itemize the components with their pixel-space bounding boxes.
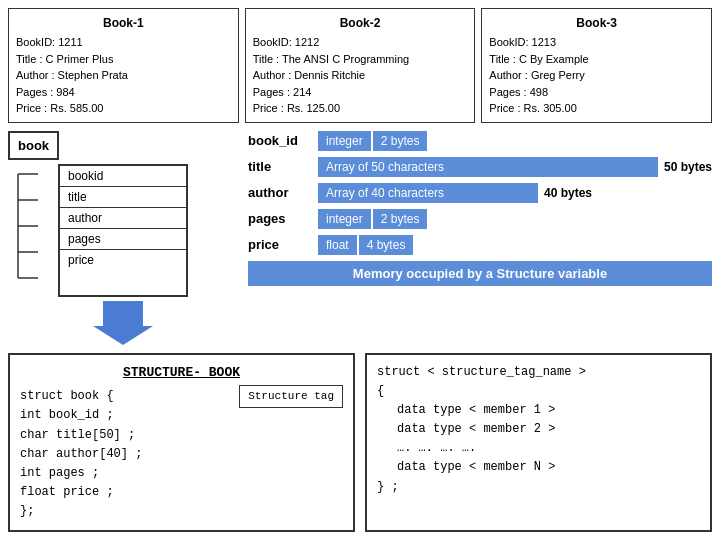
bottom-section: STRUCTURE- BOOK struct book { int book_i…	[8, 353, 712, 532]
book1-header: Book-1	[16, 14, 231, 32]
ftype-bookid: integer	[318, 131, 371, 151]
field-price: price	[60, 250, 186, 270]
svg-marker-6	[93, 301, 153, 345]
rcode-line7: } ;	[377, 478, 700, 497]
book3-price: Price : Rs. 305.00	[489, 100, 704, 117]
field-row-title: title Array of 50 characters 50 bytes	[248, 157, 712, 177]
book2-price: Price : Rs. 125.00	[253, 100, 468, 117]
book2-author: Author : Dennis Ritchie	[253, 67, 468, 84]
field-row-author: author Array of 40 characters 40 bytes	[248, 183, 712, 203]
field-row-pages: pages integer 2 bytes	[248, 209, 712, 229]
middle-section: book	[8, 131, 712, 345]
structure-title: STRUCTURE- BOOK	[20, 363, 343, 384]
field-row-price: price float 4 bytes	[248, 235, 712, 255]
book1-id: BookID: 1211	[16, 34, 231, 51]
field-title: title	[60, 187, 186, 208]
struct-tag-badge: Structure tag	[239, 385, 343, 409]
book2-id: BookID: 1212	[253, 34, 468, 51]
memory-label: Memory occupied by a Structure variable	[248, 261, 712, 286]
fsize-price: 4 bytes	[359, 235, 414, 255]
book3-author: Author : Greg Perry	[489, 67, 704, 84]
struct-label: book	[8, 131, 59, 160]
book-card-3: Book-3 BookID: 1213 Title : C By Example…	[481, 8, 712, 123]
fsize-pages: 2 bytes	[373, 209, 428, 229]
field-bookid: bookid	[60, 166, 186, 187]
book3-title: Title : C By Example	[489, 51, 704, 68]
rcode-line2: {	[377, 382, 700, 401]
field-pages: pages	[60, 229, 186, 250]
code-box-right: struct < structure_tag_name > { data typ…	[365, 353, 712, 532]
fname-pages: pages	[248, 211, 318, 226]
field-author: author	[60, 208, 186, 229]
code-line4: char author[40] ;	[20, 445, 343, 464]
rcode-line6: data type < member N >	[377, 458, 700, 477]
book1-author: Author : Stephen Prata	[16, 67, 231, 84]
fname-title: title	[248, 159, 318, 174]
field-row-bookid: book_id integer 2 bytes	[248, 131, 712, 151]
fsize-title: 50 bytes	[664, 160, 712, 174]
fsize-bookid: 2 bytes	[373, 131, 428, 151]
fields-table-area: book_id integer 2 bytes title Array of 5…	[248, 131, 712, 345]
rcode-line1: struct < structure_tag_name >	[377, 363, 700, 382]
code-line2: int book_id ;	[20, 406, 114, 425]
rcode-line3: data type < member 1 >	[377, 401, 700, 420]
book3-id: BookID: 1213	[489, 34, 704, 51]
book3-pages: Pages : 498	[489, 84, 704, 101]
book3-header: Book-3	[489, 14, 704, 32]
ftype-pages: integer	[318, 209, 371, 229]
book1-price: Price : Rs. 585.00	[16, 100, 231, 117]
fname-bookid: book_id	[248, 133, 318, 148]
book1-title: Title : C Primer Plus	[16, 51, 231, 68]
ftype-author: Array of 40 characters	[318, 183, 538, 203]
book2-title: Title : The ANSI C Programming	[253, 51, 468, 68]
code-line5: int pages ;	[20, 464, 343, 483]
books-row: Book-1 BookID: 1211 Title : C Primer Plu…	[8, 8, 712, 123]
code-box-left: STRUCTURE- BOOK struct book { int book_i…	[8, 353, 355, 532]
code-line7: };	[20, 502, 343, 521]
fsize-author: 40 bytes	[544, 186, 592, 200]
book-diagram: book	[8, 131, 238, 345]
struct-fields: bookid title author pages price	[58, 164, 188, 297]
book1-pages: Pages : 984	[16, 84, 231, 101]
rcode-line5: …. …. …. ….	[377, 439, 700, 458]
rcode-line4: data type < member 2 >	[377, 420, 700, 439]
code-line6: float price ;	[20, 483, 343, 502]
book2-pages: Pages : 214	[253, 84, 468, 101]
fname-author: author	[248, 185, 318, 200]
book-card-2: Book-2 BookID: 1212 Title : The ANSI C P…	[245, 8, 476, 123]
fname-price: price	[248, 237, 318, 252]
main-container: Book-1 BookID: 1211 Title : C Primer Plu…	[0, 0, 720, 540]
ftype-price: float	[318, 235, 357, 255]
ftype-title: Array of 50 characters	[318, 157, 658, 177]
book-card-1: Book-1 BookID: 1211 Title : C Primer Plu…	[8, 8, 239, 123]
big-arrow	[8, 301, 238, 345]
book2-header: Book-2	[253, 14, 468, 32]
code-line3: char title[50] ;	[20, 426, 343, 445]
